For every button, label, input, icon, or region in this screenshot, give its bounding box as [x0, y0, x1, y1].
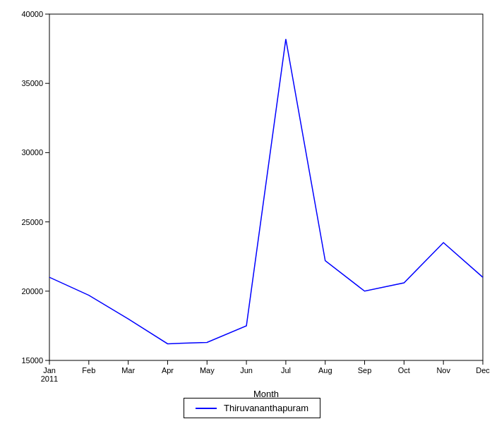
svg-text:Nov: Nov [436, 366, 450, 375]
svg-text:Jun: Jun [240, 366, 253, 375]
legend-line-thiruvananthapuram [196, 408, 217, 409]
svg-text:Jul: Jul [281, 366, 291, 375]
svg-text:15000: 15000 [21, 356, 43, 365]
svg-text:Oct: Oct [398, 366, 410, 375]
legend-box: Thiruvananthapuram [184, 398, 320, 418]
svg-text:40000: 40000 [21, 10, 43, 18]
svg-text:2011: 2011 [41, 375, 58, 383]
svg-text:20000: 20000 [21, 287, 43, 296]
svg-text:Mar: Mar [121, 366, 135, 375]
svg-text:30000: 30000 [21, 148, 43, 157]
svg-text:Feb: Feb [82, 366, 95, 375]
svg-text:Jan: Jan [43, 366, 56, 375]
svg-text:35000: 35000 [21, 79, 43, 87]
legend-label-thiruvananthapuram: Thiruvananthapuram [224, 403, 308, 413]
chart-container: 150002000025000300003500040000Jan2011Feb… [0, 0, 504, 438]
svg-text:May: May [200, 366, 215, 375]
svg-text:Sep: Sep [358, 366, 372, 375]
svg-text:Aug: Aug [318, 366, 332, 375]
svg-rect-0 [49, 14, 483, 360]
chart-svg: 150002000025000300003500040000Jan2011Feb… [0, 0, 504, 438]
svg-text:Apr: Apr [162, 366, 174, 375]
svg-text:25000: 25000 [21, 218, 43, 226]
svg-text:Dec: Dec [476, 366, 490, 375]
